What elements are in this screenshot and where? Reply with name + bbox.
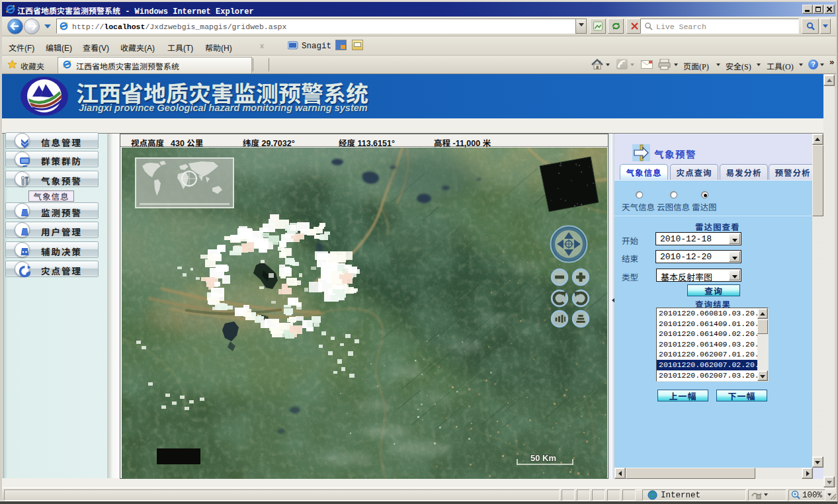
svg-text:50 Km: 50 Km	[530, 453, 556, 463]
